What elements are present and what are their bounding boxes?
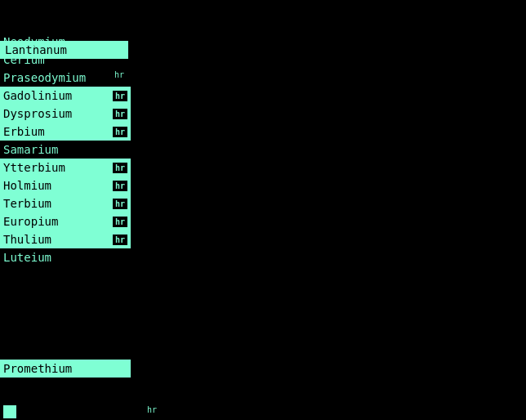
hr-badge: hr bbox=[113, 181, 127, 191]
list-item[interactable]: Cerium bbox=[0, 51, 131, 69]
list-item[interactable]: Gadoliniumhr bbox=[0, 87, 131, 105]
hr-badge: hr bbox=[113, 109, 127, 119]
promethium-section: Promethium bbox=[0, 360, 131, 378]
item-label: Erbium bbox=[3, 125, 109, 138]
list-item[interactable]: Samarium bbox=[0, 141, 131, 159]
item-label: Luteium bbox=[3, 251, 127, 264]
list-item[interactable]: Terbiumhr bbox=[0, 194, 131, 212]
list-item[interactable]: Dysprosiumhr bbox=[0, 105, 131, 123]
list-item[interactable]: Erbiumhr bbox=[0, 123, 131, 141]
item-label: Samarium bbox=[3, 143, 127, 156]
list-item[interactable]: Neodymium bbox=[0, 33, 131, 51]
hr-badge: hr bbox=[113, 91, 127, 101]
list-item[interactable]: Europiumhr bbox=[0, 212, 131, 230]
bottom-hr-label: hr bbox=[147, 405, 157, 414]
item-label: Dysprosium bbox=[3, 107, 109, 120]
list-item[interactable]: Ytterbiumhr bbox=[0, 159, 131, 176]
list-item[interactable]: Thuliumhr bbox=[0, 230, 131, 248]
item-label: Cerium bbox=[3, 53, 127, 66]
item-label: Holmium bbox=[3, 179, 109, 192]
item-label: Thulium bbox=[3, 233, 109, 246]
item-label: Praseodymium bbox=[3, 71, 127, 84]
small-green-indicator bbox=[3, 405, 16, 418]
hr-badge: hr bbox=[113, 163, 127, 173]
hr-badge: hr bbox=[113, 217, 127, 227]
promethium-item[interactable]: Promethium bbox=[0, 360, 131, 378]
promethium-label: Promethium bbox=[3, 362, 127, 375]
list-item[interactable]: Praseodymium bbox=[0, 69, 131, 87]
item-label: Ytterbium bbox=[3, 161, 109, 174]
item-label: Gadolinium bbox=[3, 89, 109, 102]
item-label: Neodymium bbox=[3, 35, 127, 48]
list-item[interactable]: Holmiumhr bbox=[0, 176, 131, 194]
hr-badge: hr bbox=[113, 127, 127, 137]
list-item[interactable]: Luteium bbox=[0, 248, 131, 266]
hr-badge: hr bbox=[113, 235, 127, 245]
hr-badge: hr bbox=[113, 199, 127, 209]
item-label: Terbium bbox=[3, 197, 109, 210]
item-label: Europium bbox=[3, 215, 109, 228]
elements-list: NeodymiumCeriumPraseodymiumGadoliniumhrD… bbox=[0, 33, 131, 266]
